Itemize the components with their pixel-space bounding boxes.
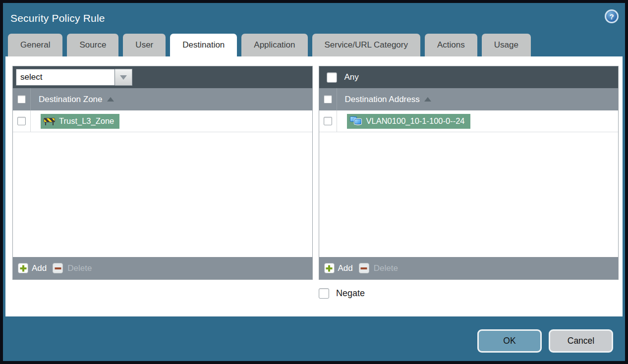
tab-user[interactable]: User xyxy=(123,34,166,56)
address-header-checkbox-cell xyxy=(319,88,337,110)
address-grid-footer: Add Delete xyxy=(319,257,619,279)
negate-label: Negate xyxy=(336,288,365,299)
help-glyph: ? xyxy=(609,12,614,21)
zone-add-label: Add xyxy=(32,263,47,273)
plus-icon xyxy=(324,263,335,273)
tab-destination[interactable]: Destination xyxy=(170,34,237,56)
address-row-checkbox-cell xyxy=(319,110,337,132)
sort-ascending-icon xyxy=(424,97,431,102)
address-grid-header[interactable]: Destination Address xyxy=(319,88,619,110)
ok-button[interactable]: OK xyxy=(477,329,542,353)
address-chip-label: VLAN0100_10-1-100-0--24 xyxy=(366,116,465,126)
zone-row-checkbox[interactable] xyxy=(17,117,26,125)
zone-panel-toolbar: select xyxy=(13,66,312,88)
address-add-label: Add xyxy=(338,263,353,273)
zone-chip[interactable]: Trust_L3_Zone xyxy=(41,114,119,129)
tab-strip: General Source User Destination Applicat… xyxy=(3,34,625,56)
destination-address-panel: Any Destination Address xyxy=(319,66,619,280)
chevron-down-icon xyxy=(120,75,127,80)
tab-actions[interactable]: Actions xyxy=(425,34,477,56)
zone-grid-header[interactable]: Destination Zone xyxy=(13,88,312,110)
zone-header-checkbox-cell xyxy=(13,88,31,110)
any-label: Any xyxy=(344,72,359,82)
tab-application[interactable]: Application xyxy=(241,34,307,56)
zone-column-header[interactable]: Destination Zone xyxy=(39,95,103,104)
address-select-all-checkbox[interactable] xyxy=(324,95,332,104)
destination-zone-panel: select Destination Zone xyxy=(12,66,313,280)
plus-icon xyxy=(18,263,28,273)
address-delete-button[interactable]: Delete xyxy=(359,263,398,273)
negate-checkbox[interactable] xyxy=(319,288,329,299)
dialog-actions: OK Cancel xyxy=(477,329,613,353)
any-checkbox[interactable] xyxy=(327,72,337,83)
dialog-titlebar: Security Policy Rule ? xyxy=(3,3,625,34)
table-row[interactable]: Trust_L3_Zone xyxy=(13,110,312,132)
zone-grid-footer: Add Delete xyxy=(13,257,312,279)
zone-row-checkbox-cell xyxy=(13,110,31,132)
zone-add-button[interactable]: Add xyxy=(18,263,47,273)
minus-icon xyxy=(359,263,369,273)
zone-grid-body: Trust_L3_Zone xyxy=(13,110,312,257)
address-chip[interactable]: VLAN0100_10-1-100-0--24 xyxy=(347,114,470,129)
zone-select-input[interactable]: select xyxy=(16,69,115,86)
zone-chip-label: Trust_L3_Zone xyxy=(59,116,114,126)
table-row[interactable]: VLAN0100_10-1-100-0--24 xyxy=(319,110,619,132)
zone-icon xyxy=(44,117,55,125)
address-row-checkbox[interactable] xyxy=(324,117,332,125)
zone-delete-button[interactable]: Delete xyxy=(53,263,92,273)
minus-icon xyxy=(53,263,63,273)
tab-content-destination: select Destination Zone xyxy=(5,56,623,316)
zone-delete-label: Delete xyxy=(67,263,92,273)
address-add-button[interactable]: Add xyxy=(324,263,353,273)
tab-usage[interactable]: Usage xyxy=(482,34,531,56)
address-grid-body: VLAN0100_10-1-100-0--24 xyxy=(319,110,619,257)
address-delete-label: Delete xyxy=(374,263,398,273)
address-icon xyxy=(350,116,362,126)
tab-service-url-category[interactable]: Service/URL Category xyxy=(312,34,421,56)
cancel-button[interactable]: Cancel xyxy=(549,329,613,353)
sort-ascending-icon xyxy=(107,97,114,102)
tab-general[interactable]: General xyxy=(8,34,62,56)
zone-select-combobox[interactable]: select xyxy=(16,69,132,86)
zone-select-all-checkbox[interactable] xyxy=(17,95,26,104)
address-column-header[interactable]: Destination Address xyxy=(345,95,420,104)
zone-select-dropdown-button[interactable] xyxy=(115,69,132,86)
negate-row: Negate xyxy=(12,288,619,299)
security-policy-rule-dialog: Security Policy Rule ? General Source Us… xyxy=(0,0,628,364)
tab-source[interactable]: Source xyxy=(67,34,118,56)
help-icon[interactable]: ? xyxy=(605,9,619,23)
dialog-title: Security Policy Rule xyxy=(10,12,105,24)
address-panel-toolbar: Any xyxy=(319,66,619,88)
